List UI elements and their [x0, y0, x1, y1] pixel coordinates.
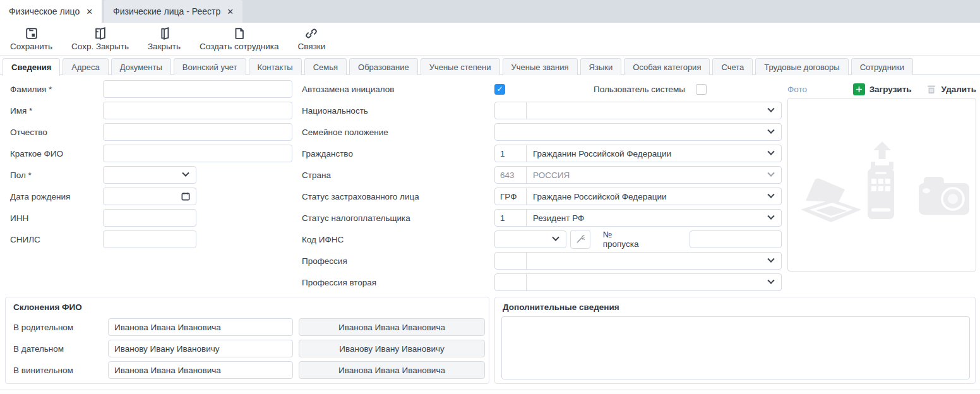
- declension-accusative-suggestion-button[interactable]: Иванова Ивана Ивановича: [299, 361, 485, 379]
- declension-accusative-input[interactable]: [108, 361, 293, 379]
- form-tab-bar: Сведения Адреса Документы Воинский учет …: [3, 58, 913, 76]
- tab-svedeniya[interactable]: Сведения: [3, 58, 60, 76]
- window-tab-registry[interactable]: Физические лица - Реестр ✕: [104, 0, 242, 23]
- profession-select[interactable]: [494, 252, 782, 270]
- citizenship-code: 1: [495, 145, 527, 162]
- close-icon[interactable]: ✕: [86, 7, 93, 16]
- create-employee-button[interactable]: Создать сотрудника: [196, 25, 283, 52]
- close-button[interactable]: Закрыть: [144, 25, 184, 52]
- tab-dokumenty[interactable]: Документы: [111, 58, 171, 75]
- tab-kontakty[interactable]: Контакты: [249, 58, 302, 75]
- field-inn: ИНН: [10, 209, 196, 227]
- tab-sotrudniki[interactable]: Сотрудники: [851, 58, 913, 75]
- declension-genitive-suggestion-button[interactable]: Иванова Ивана Ивановича: [299, 318, 485, 336]
- surname-label: Фамилия *: [10, 85, 103, 94]
- citizenship-select[interactable]: 1 Гражданин Российской Федерации: [494, 145, 782, 162]
- tab-trudovye-dogovory[interactable]: Трудовые договоры: [755, 58, 848, 75]
- citizenship-value: Гражданин Российской Федерации: [527, 149, 768, 158]
- close-icon[interactable]: ✕: [227, 7, 234, 16]
- window-tab-person[interactable]: Физическое лицо ✕: [0, 0, 102, 23]
- insured-status-code: ГРФ: [495, 188, 527, 205]
- declension-genitive-input[interactable]: [108, 318, 293, 336]
- profession-second-select[interactable]: [494, 273, 782, 291]
- gender-select[interactable]: [103, 166, 196, 184]
- photo-delete-button[interactable]: Удалить: [926, 83, 976, 95]
- chevron-down-icon: [767, 191, 774, 198]
- toolbar: Сохранить Сохр. Закрыть Закрыть Создать …: [0, 23, 980, 56]
- birth-date-input[interactable]: [103, 188, 196, 205]
- door-icon: [157, 27, 171, 40]
- taxpayer-status-code: 1: [495, 210, 527, 226]
- declensions-panel: Склонения ФИО В родительном Иванова Иван…: [5, 297, 489, 384]
- tab-scheta[interactable]: Счета: [712, 58, 753, 75]
- tab-obrazovanie[interactable]: Образование: [349, 58, 418, 75]
- system-user-checkbox[interactable]: [696, 84, 707, 95]
- ifns-code-select[interactable]: [494, 230, 566, 248]
- plus-icon: [853, 83, 865, 95]
- save-close-button[interactable]: Сохр. Закрыть: [68, 25, 133, 52]
- ifns-code-label: Код ИФНС: [302, 235, 494, 244]
- field-patronymic: Отчество: [10, 123, 292, 141]
- profession-second-code: [495, 274, 527, 290]
- snils-label: СНИЛС: [10, 235, 103, 244]
- auto-initials-checkbox[interactable]: ✓: [494, 84, 505, 95]
- field-profession-second: Профессия вторая: [302, 273, 782, 291]
- profession-label: Профессия: [302, 256, 494, 266]
- snils-input[interactable]: [103, 230, 196, 248]
- save-button[interactable]: Сохранить: [6, 25, 56, 52]
- camera-icon: [917, 176, 971, 217]
- autofill-wand-button[interactable]: [570, 230, 590, 249]
- calendar-icon[interactable]: [181, 191, 191, 201]
- field-auto-initials: Автозамена инициалов ✓ Пользователь сист…: [302, 80, 782, 98]
- taxpayer-status-value: Резидент РФ: [527, 213, 768, 223]
- chevron-down-icon: [767, 148, 774, 155]
- field-country: Страна 643 РОССИЯ: [302, 166, 782, 184]
- patronymic-input[interactable]: [103, 123, 292, 141]
- check-icon: ✓: [496, 85, 503, 93]
- taxpayer-status-select[interactable]: 1 Резидент РФ: [494, 209, 782, 227]
- tab-semya[interactable]: Семья: [304, 58, 347, 75]
- field-ifns-code: Код ИФНС № пропуска: [302, 230, 782, 248]
- insured-status-select[interactable]: ГРФ Граждане Российской Федерации: [494, 188, 782, 205]
- photo-header: Фото Загрузить Удалить: [787, 82, 976, 96]
- chevron-down-icon: [767, 256, 774, 263]
- tab-voinskiy-uchet[interactable]: Воинский учет: [174, 58, 246, 75]
- insured-status-value: Граждане Российской Федерации: [527, 192, 768, 201]
- document-icon: [232, 27, 246, 40]
- declension-dative-suggestion-button[interactable]: Иванову Ивану Ивановичу: [299, 340, 485, 357]
- photo-dropzone[interactable]: [787, 98, 976, 272]
- gender-label: Пол *: [10, 170, 103, 180]
- short-fio-label: Краткое ФИО: [10, 149, 103, 158]
- trash-icon: [926, 83, 937, 95]
- smartphone-icon: [867, 168, 895, 220]
- magic-wand-icon: [575, 234, 585, 245]
- save-icon: [25, 27, 39, 40]
- tab-uchenye-stepeni[interactable]: Ученые степени: [421, 58, 500, 75]
- field-surname: Фамилия *: [10, 80, 292, 98]
- additional-info-textarea[interactable]: [501, 316, 970, 379]
- marital-status-select[interactable]: [494, 123, 782, 141]
- name-input[interactable]: [103, 102, 292, 119]
- field-marital-status: Семейное положение: [302, 123, 782, 141]
- chevron-down-icon: [767, 105, 774, 112]
- country-code: 643: [495, 167, 527, 183]
- auto-initials-label: Автозамена инициалов: [302, 85, 494, 94]
- surname-input[interactable]: [103, 80, 292, 98]
- short-fio-input[interactable]: [103, 145, 292, 162]
- inn-input[interactable]: [103, 209, 196, 227]
- tab-uchenye-zvaniya[interactable]: Ученые звания: [503, 58, 578, 75]
- photo-upload-button[interactable]: Загрузить: [853, 83, 912, 95]
- photo-label: Фото: [787, 85, 807, 94]
- birth-date-label: Дата рождения: [10, 192, 103, 201]
- field-citizenship: Гражданство 1 Гражданин Российской Федер…: [302, 145, 782, 162]
- links-button[interactable]: Связки: [294, 25, 330, 52]
- tab-yazyki[interactable]: Языки: [580, 58, 622, 75]
- country-label: Страна: [302, 170, 494, 180]
- window-tab-label: Физическое лицо: [9, 6, 80, 16]
- declension-dative-input[interactable]: [108, 340, 293, 357]
- field-taxpayer-status: Статус налогоплательщика 1 Резидент РФ: [302, 209, 782, 227]
- tab-osobaya-kategoriya[interactable]: Особая категория: [624, 58, 710, 75]
- tab-adresa[interactable]: Адреса: [63, 58, 108, 75]
- pass-number-input[interactable]: [690, 230, 782, 248]
- nationality-select[interactable]: [494, 102, 782, 119]
